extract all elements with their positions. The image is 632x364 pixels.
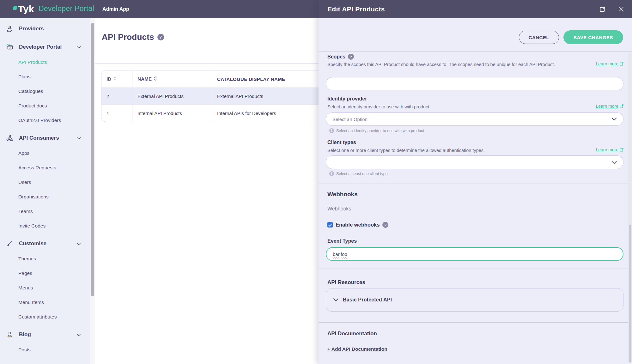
edit-api-products-drawer: Edit API Products CANCEL SAVE CHANGES Sc…	[319, 0, 632, 364]
sidebar-item-product-docs[interactable]: Product docs	[0, 99, 90, 113]
learn-more-link[interactable]: Learn more	[596, 147, 623, 152]
sort-icon[interactable]	[154, 76, 157, 82]
page-title-row: API Products ?	[102, 32, 164, 42]
sidebar-item-invite-codes[interactable]: Invite Codes	[0, 219, 90, 233]
customise-icon	[6, 240, 14, 248]
developer-portal-icon: </>	[6, 43, 14, 51]
sidebar-item-label: Custom attributes	[18, 314, 57, 320]
api-resources-heading: API Resources	[327, 279, 365, 286]
column-header-name[interactable]: NAME	[132, 70, 212, 88]
identity-provider-hint: ! Select an identity provider to use wit…	[329, 128, 424, 133]
drawer-scrollbar-thumb[interactable]	[629, 225, 631, 362]
chevron-down-icon	[611, 160, 617, 165]
save-changes-button[interactable]: SAVE CHANGES	[563, 30, 623, 44]
external-link-icon	[620, 148, 623, 152]
scopes-description: Specify the scopes this API Product shou…	[327, 61, 568, 68]
scopes-label: Scopes	[327, 54, 345, 60]
sidebar-item-label: Blog	[19, 331, 31, 338]
sidebar-item-custom-attributes[interactable]: Custom attributes	[0, 310, 90, 324]
help-icon[interactable]: ?	[348, 54, 354, 60]
sidebar-nav: Providers </> Developer Portal API Produ…	[0, 18, 90, 357]
sidebar-item-access-requests[interactable]: Access Requests	[0, 161, 90, 175]
learn-more-link[interactable]: Learn more	[596, 61, 623, 66]
sidebar-item-label: Providers	[19, 26, 44, 32]
api-documentation-heading: API Documentation	[327, 331, 377, 337]
sidebar-scrollbar-thumb[interactable]	[91, 23, 94, 296]
info-icon: !	[329, 128, 334, 133]
cancel-button[interactable]: CANCEL	[519, 31, 559, 44]
sidebar-item-label: Users	[18, 179, 31, 185]
sidebar-item-label: Catalogues	[18, 88, 43, 94]
sidebar-item-users[interactable]: Users	[0, 175, 90, 190]
help-icon[interactable]: ?	[157, 34, 164, 40]
sidebar-item-label: Menus	[18, 285, 33, 291]
drawer-actions: CANCEL SAVE CHANGES	[519, 30, 623, 44]
column-header-id[interactable]: ID	[101, 70, 132, 88]
client-types-hint: ! Select at least one client type	[329, 171, 388, 176]
sidebar-item-developer-portal[interactable]: </> Developer Portal	[0, 39, 90, 55]
scopes-input[interactable]	[326, 77, 623, 90]
enable-webhooks-checkbox[interactable]	[327, 222, 333, 228]
sidebar-item-catalogues[interactable]: Catalogues	[0, 84, 90, 99]
event-types-label: Event Types	[327, 238, 357, 244]
tyk-logo-text: Tyk	[18, 4, 34, 14]
cell-id: 1	[101, 105, 132, 122]
svg-text:</>: </>	[9, 47, 12, 49]
sidebar-item-label: Developer Portal	[19, 44, 62, 50]
sidebar-item-oauth-providers[interactable]: OAuth2.0 Providers	[0, 113, 90, 128]
sidebar-item-apps[interactable]: Apps	[0, 146, 90, 161]
sidebar-item-menu-items[interactable]: Menu Items	[0, 295, 90, 310]
app-name: Admin App	[102, 6, 129, 12]
drawer-scrollbar-track[interactable]	[628, 52, 632, 363]
divider	[319, 184, 632, 184]
scopes-section: Scopes ? Specify the scopes this API Pro…	[327, 54, 623, 60]
sidebar-item-api-consumers[interactable]: API Consumers	[0, 130, 90, 146]
sidebar-item-plans[interactable]: Plans	[0, 70, 90, 84]
close-icon[interactable]	[618, 7, 624, 12]
tyk-leaf-icon	[13, 6, 17, 10]
sidebar-item-label: Customise	[19, 240, 46, 247]
api-resource-item[interactable]: Basic Protected API	[326, 288, 623, 312]
add-api-documentation-link[interactable]: + Add API Documentation	[327, 346, 387, 352]
sidebar-item-organisations[interactable]: Organisations	[0, 190, 90, 204]
sidebar-item-pages[interactable]: Pages	[0, 266, 90, 281]
webhooks-sublabel: Webhooks	[327, 206, 351, 212]
sidebar-item-menus[interactable]: Menus	[0, 281, 90, 295]
sidebar-item-label: API Consumers	[19, 135, 59, 141]
sidebar-item-themes[interactable]: Themes	[0, 252, 90, 266]
info-icon: !	[329, 171, 334, 176]
webhooks-heading: Webhooks	[327, 191, 358, 198]
page-title: API Products	[102, 32, 154, 42]
chevron-down-icon	[77, 135, 81, 141]
identity-provider-select[interactable]: Select an Option	[326, 112, 623, 126]
sidebar-item-label: Access Requests	[18, 165, 56, 171]
client-types-select[interactable]	[326, 155, 623, 169]
sidebar-item-posts[interactable]: Posts	[0, 343, 90, 357]
identity-provider-section: Identity provider Select an identity pro…	[327, 96, 623, 102]
sidebar-item-customise[interactable]: Customise	[0, 236, 90, 252]
sidebar-item-label: Pages	[18, 270, 32, 276]
providers-icon	[6, 25, 14, 33]
event-types-input[interactable]: bar,foo	[326, 247, 623, 261]
open-in-new-window-icon[interactable]	[599, 6, 606, 12]
sidebar-item-api-products[interactable]: API Products	[0, 55, 90, 70]
help-icon[interactable]: ?	[382, 222, 388, 228]
sort-icon[interactable]	[113, 76, 117, 82]
select-placeholder: Select an Option	[332, 117, 368, 122]
sidebar-item-label: Menu Items	[18, 300, 44, 305]
chevron-down-icon[interactable]	[333, 297, 338, 303]
cell-name: External API Products	[132, 88, 212, 105]
sidebar-item-label: API Products	[18, 59, 47, 65]
sidebar-item-teams[interactable]: Teams	[0, 204, 90, 219]
identity-provider-label: Identity provider	[327, 96, 367, 102]
sidebar-item-label: Organisations	[18, 194, 49, 200]
sidebar-item-providers[interactable]: Providers	[0, 21, 90, 37]
divider	[319, 322, 632, 323]
enable-webhooks-row: Enable webhooks ?	[327, 222, 388, 228]
sidebar-item-blog[interactable]: Blog	[0, 327, 90, 343]
sidebar-item-label: Themes	[18, 256, 36, 262]
api-resource-name: Basic Protected API	[343, 297, 392, 303]
learn-more-link[interactable]: Learn more	[596, 104, 623, 109]
sidebar-scrollbar-track[interactable]	[90, 18, 95, 364]
tyk-logo[interactable]: Tyk Developer Portal	[13, 4, 94, 14]
